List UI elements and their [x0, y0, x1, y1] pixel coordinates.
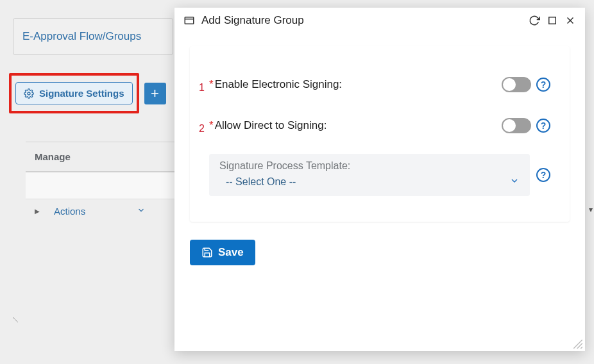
bg-tabs-partial: [0, 0, 594, 5]
maximize-button[interactable]: [547, 15, 558, 26]
enable-electronic-signing-toggle[interactable]: [502, 77, 531, 92]
modal-body: 1 *Enable Electronic Signing: ? 2 *Allow…: [174, 33, 585, 351]
modal-title: Add Signature Group: [201, 14, 522, 27]
gear-icon: [24, 88, 34, 99]
resize-handle-icon[interactable]: [573, 340, 582, 349]
refresh-button[interactable]: [529, 15, 540, 26]
chevron-down-icon: [137, 206, 146, 217]
allow-direct-signing-label: *Allow Direct to Signing:: [209, 119, 502, 132]
actions-dropdown[interactable]: Actions: [54, 206, 146, 217]
chevron-down-icon: [509, 176, 520, 188]
enable-electronic-signing-label: *Enable Electronic Signing:: [209, 78, 502, 91]
save-icon: [201, 247, 213, 258]
plus-icon: +: [151, 87, 159, 101]
required-star-icon: *: [209, 119, 214, 131]
toggle-knob: [503, 119, 516, 132]
allow-direct-signing-row: 2 *Allow Direct to Signing: ?: [209, 118, 550, 133]
toggle-knob: [503, 78, 516, 91]
signature-template-select[interactable]: Signature Process Template: -- Select On…: [209, 154, 530, 196]
add-button[interactable]: +: [144, 83, 166, 104]
template-select-label: Signature Process Template:: [219, 160, 520, 172]
annotation-2: 2: [199, 123, 205, 135]
highlight-marker: Signature Settings: [9, 73, 139, 113]
save-button[interactable]: Save: [190, 240, 255, 265]
form-card: 1 *Enable Electronic Signing: ? 2 *Allow…: [190, 46, 570, 222]
template-select-row: Signature Process Template: -- Select On…: [209, 159, 550, 196]
svg-point-0: [28, 92, 30, 95]
actions-label: Actions: [54, 206, 85, 217]
bg-card: E-Approval Flow/Groups: [13, 18, 173, 55]
signature-settings-label: Signature Settings: [39, 88, 124, 99]
help-icon[interactable]: ?: [536, 78, 550, 92]
right-edge-indicator-icon: ▾: [589, 205, 593, 214]
expand-caret-icon[interactable]: ▶: [35, 208, 40, 215]
help-icon[interactable]: ?: [536, 119, 550, 133]
signature-settings-button[interactable]: Signature Settings: [15, 82, 133, 104]
svg-rect-1: [185, 17, 194, 24]
help-icon[interactable]: ?: [536, 168, 550, 182]
bg-resize-handle-icon: ⟍: [10, 314, 21, 326]
save-button-label: Save: [218, 246, 244, 259]
modal-header: Add Signature Group: [174, 8, 585, 33]
svg-rect-3: [549, 17, 556, 24]
e-approval-flow-link[interactable]: E-Approval Flow/Groups: [13, 19, 150, 54]
add-signature-group-modal: Add Signature Group 1 *Enable Electronic…: [174, 8, 585, 351]
required-star-icon: *: [209, 78, 214, 90]
allow-direct-signing-toggle[interactable]: [502, 118, 531, 133]
annotation-1: 1: [199, 82, 205, 94]
window-icon: [183, 15, 195, 26]
enable-electronic-signing-row: 1 *Enable Electronic Signing: ?: [209, 77, 550, 92]
close-button[interactable]: [564, 15, 576, 26]
template-select-value: -- Select One --: [219, 176, 520, 188]
